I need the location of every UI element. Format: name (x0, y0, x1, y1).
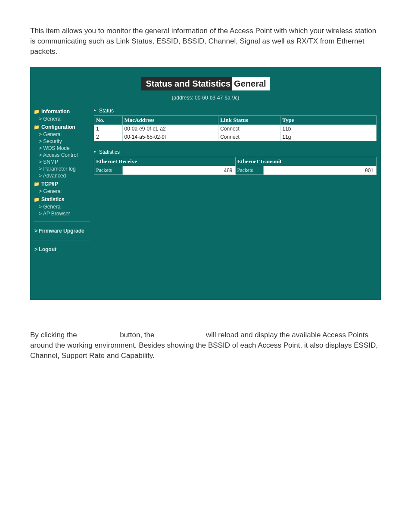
cell-type: 11b (280, 125, 377, 133)
statistics-heading: Statistics (94, 148, 377, 157)
cell-link: Connect (218, 133, 280, 141)
sidebar-item-config-general[interactable]: > General (34, 131, 90, 138)
eth-receive-header: Ethernet Receive (94, 157, 236, 166)
sidebar-logout[interactable]: > Logout (34, 245, 90, 254)
col-mac: MacAddress (122, 116, 218, 125)
cell-no: 2 (94, 133, 123, 141)
sidebar-item-config-snmp[interactable]: > SNMP (34, 159, 90, 165)
tx-packets-label: Packets (235, 166, 264, 175)
sidebar-group-statistics[interactable]: Statistics (34, 195, 90, 203)
col-no: No. (94, 116, 123, 125)
table-row: 1 00-0a-e9-0f-c1-a2 Connect 11b (94, 125, 377, 133)
table-row: 2 00-14-a5-65-02-9f Connect 11g (94, 133, 377, 141)
sidebar-item-info-general[interactable]: > General (34, 115, 90, 122)
sidebar-item-stats-general[interactable]: > General (34, 203, 90, 210)
tx-packets-value: 901 (264, 166, 377, 175)
intro-paragraph: This item allows you to monitor the gene… (30, 26, 381, 56)
cell-no: 1 (94, 125, 123, 133)
outro-seg3: will reload and display the available Ac… (30, 331, 378, 360)
outro-paragraph: By clicking the button, the will reload … (30, 330, 381, 361)
outro-seg2: button, the (120, 331, 154, 339)
panel-title-sub: General (232, 77, 269, 90)
sidebar-item-stats-apbrowser[interactable]: > AP Browser (34, 210, 90, 217)
sidebar-group-information[interactable]: Information (34, 107, 90, 115)
panel-title-main: Status and Statistics (141, 77, 233, 90)
cell-mac: 00-0a-e9-0f-c1-a2 (122, 125, 218, 133)
statistics-table: Ethernet Receive Ethernet Transmit Packe… (94, 157, 377, 175)
sidebar-item-config-accesscontrol[interactable]: > Access Control (34, 152, 90, 159)
content-area: Status No. MacAddress Link Status Type 1… (92, 107, 381, 287)
cell-link: Connect (218, 125, 280, 133)
sidebar: Information > General Configuration > Ge… (30, 107, 92, 254)
status-table: No. MacAddress Link Status Type 1 00-0a-… (94, 115, 377, 141)
rx-packets-value: 469 (122, 166, 235, 175)
screenshot-panel: Status and StatisticsGeneral (address: 0… (30, 67, 381, 300)
mac-address-line: (address: 00-60-b3-47-6a-9c) (30, 92, 381, 107)
sidebar-item-config-paramlog[interactable]: > Parameter log (34, 165, 90, 172)
sidebar-item-config-advanced[interactable]: > Advanced (34, 172, 90, 179)
sidebar-firmware-upgrade[interactable]: > Firmware Upgrade (34, 226, 90, 236)
outro-seg1: By clicking the (30, 331, 77, 339)
sidebar-item-config-wdsmode[interactable]: > WDS Mode (34, 145, 90, 152)
sidebar-item-tcpip-general[interactable]: > General (34, 188, 90, 195)
rx-packets-label: Packets (94, 166, 123, 175)
sidebar-group-configuration[interactable]: Configuration (34, 122, 90, 131)
cell-type: 11g (280, 133, 377, 141)
cell-mac: 00-14-a5-65-02-9f (122, 133, 218, 141)
status-heading: Status (94, 107, 377, 115)
eth-transmit-header: Ethernet Transmit (235, 157, 377, 166)
col-type: Type (280, 116, 377, 125)
sidebar-group-tcpip[interactable]: TCP/IP (34, 179, 90, 188)
col-link: Link Status (218, 116, 280, 125)
sidebar-item-config-security[interactable]: > Security (34, 138, 90, 145)
